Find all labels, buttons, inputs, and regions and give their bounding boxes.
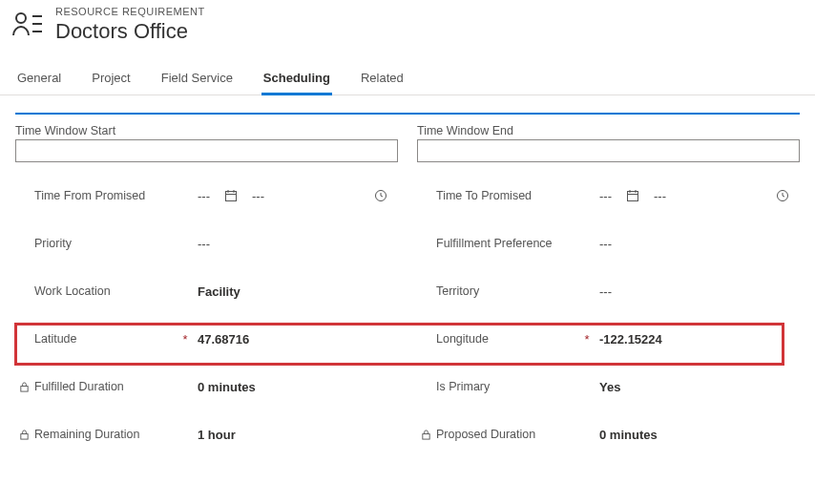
calendar-icon[interactable]	[625, 188, 640, 203]
form-container: RESOURCE REQUIREMENT Doctors Office Gene…	[0, 0, 815, 458]
entity-icon	[10, 7, 44, 44]
record-title: Doctors Office	[55, 19, 205, 44]
field-priority[interactable]: Priority ---	[15, 220, 398, 267]
time-to-promised-time: ---	[654, 189, 666, 203]
left-column: Time Window Start Time From Promised ---	[15, 124, 398, 458]
clock-icon[interactable]	[775, 188, 790, 203]
lock-icon	[15, 429, 32, 441]
tab-general[interactable]: General	[15, 63, 63, 94]
calendar-icon[interactable]	[223, 188, 239, 203]
proposed-duration-label: Proposed Duration	[434, 428, 582, 441]
clock-icon[interactable]	[373, 188, 388, 203]
fulfilled-duration-label: Fulfilled Duration	[32, 380, 180, 393]
tab-bar: General Project Field Service Scheduling…	[0, 63, 815, 95]
right-column: Time Window End Time To Promised ---	[417, 124, 800, 458]
record-header: RESOURCE REQUIREMENT Doctors Office	[0, 0, 815, 53]
field-fulfilled-duration[interactable]: Fulfilled Duration 0 minutes	[15, 363, 398, 410]
remaining-duration-value: 1 hour	[190, 428, 398, 442]
field-longitude[interactable]: Longitude * -122.15224	[417, 315, 800, 363]
time-from-promised-label: Time From Promised	[32, 189, 180, 202]
field-work-location[interactable]: Work Location Facility	[15, 267, 398, 315]
svg-point-0	[16, 13, 26, 23]
time-window-end-label: Time Window End	[417, 124, 800, 137]
territory-label: Territory	[434, 284, 582, 298]
field-time-from-promised[interactable]: Time From Promised --- ---	[15, 172, 398, 220]
field-remaining-duration[interactable]: Remaining Duration 1 hour	[15, 410, 398, 458]
territory-value: ---	[599, 284, 612, 299]
time-from-promised-date: ---	[198, 189, 210, 203]
field-time-to-promised[interactable]: Time To Promised --- ---	[417, 172, 800, 220]
work-location-value: Facility	[190, 284, 398, 299]
field-latitude[interactable]: Latitude * 47.68716	[15, 315, 398, 363]
time-window-start-label: Time Window Start	[15, 124, 398, 137]
tab-scheduling[interactable]: Scheduling	[261, 63, 332, 94]
tab-field-service[interactable]: Field Service	[159, 63, 235, 94]
fulfillment-preference-label: Fulfillment Preference	[434, 237, 582, 250]
time-to-promised-label: Time To Promised	[434, 189, 582, 202]
lock-icon	[15, 381, 32, 393]
priority-label: Priority	[32, 237, 180, 250]
entity-name: RESOURCE REQUIREMENT	[55, 6, 205, 17]
time-window-end-input[interactable]	[417, 139, 800, 162]
field-proposed-duration[interactable]: Proposed Duration 0 minutes	[417, 410, 800, 458]
field-is-primary[interactable]: Is Primary Yes	[417, 363, 800, 410]
fulfillment-preference-value: ---	[599, 237, 612, 251]
svg-rect-11	[628, 192, 638, 201]
svg-rect-9	[20, 386, 27, 391]
is-primary-label: Is Primary	[434, 380, 582, 393]
required-indicator: *	[582, 332, 592, 346]
header-text: RESOURCE REQUIREMENT Doctors Office	[55, 6, 205, 44]
field-territory[interactable]: Territory ---	[417, 267, 800, 315]
longitude-label: Longitude	[434, 332, 582, 346]
longitude-value: -122.15224	[592, 332, 800, 346]
form-area: Time Window Start Time From Promised ---	[0, 115, 815, 458]
work-location-label: Work Location	[32, 284, 180, 298]
proposed-duration-value: 0 minutes	[592, 428, 800, 442]
tab-related[interactable]: Related	[359, 63, 406, 94]
field-fulfillment-preference[interactable]: Fulfillment Preference ---	[417, 220, 800, 267]
svg-rect-16	[422, 433, 428, 439]
tab-project[interactable]: Project	[90, 63, 132, 94]
required-indicator: *	[180, 332, 190, 346]
priority-value: ---	[198, 237, 210, 251]
latitude-value: 47.68716	[190, 332, 398, 346]
svg-rect-4	[226, 192, 237, 201]
svg-rect-10	[20, 433, 27, 439]
time-window-start-input[interactable]	[15, 139, 398, 162]
is-primary-value: Yes	[592, 380, 800, 394]
time-to-promised-date: ---	[599, 189, 612, 203]
latitude-label: Latitude	[32, 332, 180, 346]
lock-icon	[417, 429, 434, 441]
time-from-promised-time: ---	[252, 189, 264, 203]
fulfilled-duration-value: 0 minutes	[190, 380, 398, 394]
remaining-duration-label: Remaining Duration	[32, 428, 180, 441]
